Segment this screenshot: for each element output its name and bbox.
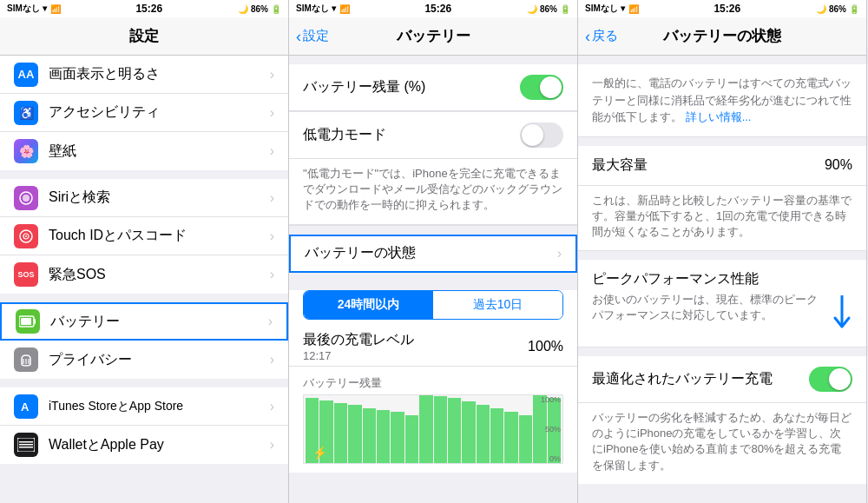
- wifi-icon-1: 📶: [50, 4, 61, 14]
- battery-percent-item[interactable]: バッテリー残量 (%): [289, 64, 577, 111]
- peak-perf-title: ピークパフォーマンス性能: [592, 270, 852, 288]
- siri-icon: [14, 186, 38, 210]
- settings-item-sos[interactable]: SOS 緊急SOS ›: [0, 255, 288, 294]
- separator-p2-2: [289, 273, 577, 281]
- optimized-row: 最適化されたバッテリー充電: [578, 356, 866, 403]
- spacer-3b: [578, 251, 866, 260]
- charge-label-main: 最後の充電レベル: [303, 331, 528, 349]
- low-power-section: 低電力モード "低電力モード"では、iPhoneを完全に充電できるまでダウンロー…: [289, 112, 577, 226]
- status-right-1: 🌙 86% 🔋: [238, 4, 281, 14]
- battery-chevron: ›: [268, 314, 273, 329]
- privacy-icon: [14, 347, 38, 372]
- bar-3: [334, 403, 347, 463]
- max-capacity-value: 90%: [825, 157, 852, 173]
- section-store-group: A iTunes StoreとApp Store › WalletとApple …: [0, 387, 288, 464]
- battery-info-link[interactable]: 詳しい情報...: [686, 110, 752, 123]
- settings-item-siri[interactable]: Siriと検索 ›: [0, 179, 288, 217]
- settings-item-display[interactable]: AA 画面表示と明るさ ›: [0, 56, 288, 94]
- time-section: 24時間以内 過去10日 最後の充電レベル 12:17 100% バッテリー残量: [289, 290, 577, 473]
- tab-24h[interactable]: 24時間以内: [304, 291, 433, 319]
- status-bar-3: SIMなし ▾ 📶 15:26 🌙 86% 🔋: [578, 0, 866, 17]
- settings-item-wallet[interactable]: WalletとApple Pay ›: [0, 426, 288, 464]
- bar-7: [391, 412, 404, 463]
- battery-icon-1: 🔋: [271, 4, 281, 14]
- wifi-icon-2: 📶: [339, 4, 350, 14]
- low-power-toggle[interactable]: [520, 122, 563, 148]
- nav-title-3: バッテリーの状態: [663, 26, 781, 46]
- nav-title-1: 設定: [129, 26, 159, 46]
- settings-item-itunes[interactable]: A iTunes StoreとApp Store ›: [0, 387, 288, 426]
- settings-item-battery[interactable]: バッテリー ›: [0, 302, 288, 341]
- label-0: 0%: [549, 454, 561, 463]
- toggle-thumb-1: [540, 76, 562, 98]
- peak-perf-section: ピークパフォーマンス性能 お使いのバッテリーは、現在、標準のピークパフォーマンス…: [578, 260, 866, 347]
- wallpaper-icon: 🌸: [14, 139, 38, 163]
- status-bar-1: SIMなし ▾ 📶 15:26 🌙 86% 🔋: [0, 0, 288, 17]
- charge-percent: 100%: [528, 339, 563, 354]
- graph-area: 100% 50% 0% ⚡: [303, 394, 563, 464]
- battery-status-chevron: ›: [557, 246, 562, 261]
- nav-back-3[interactable]: ‹ 戻る: [585, 28, 618, 44]
- top-spacer-3: [578, 56, 866, 64]
- moon-icon-3: 🌙: [816, 4, 826, 14]
- low-power-item[interactable]: 低電力モード: [289, 112, 577, 159]
- percent-labels: 100% 50% 0%: [541, 395, 561, 463]
- wallet-icon: [14, 433, 38, 457]
- low-power-label: 低電力モード: [303, 126, 520, 144]
- optimized-label: 最適化されたバッテリー充電: [592, 370, 809, 388]
- status-left-1: SIMなし ▾ 📶: [7, 3, 61, 15]
- section-display-group: AA 画面表示と明るさ › ♿ アクセシビリティ › 🌸 壁紙 ›: [0, 56, 288, 170]
- clock-2: 15:26: [424, 3, 451, 15]
- nav-bar-3: ‹ 戻る バッテリーの状態: [578, 17, 866, 56]
- battery-percent-display-2: 86%: [540, 4, 557, 14]
- siri-chevron: ›: [270, 190, 274, 206]
- capacity-desc: これは、新品時と比較したバッテリー容量の基準です。容量が低下すると、1回の充電で…: [578, 186, 866, 252]
- battery-status-row[interactable]: バッテリーの状態 ›: [289, 235, 577, 273]
- settings-item-touchid[interactable]: Touch IDとパスコード ›: [0, 217, 288, 255]
- separator-3: [0, 379, 288, 387]
- clock-3: 15:26: [713, 3, 740, 15]
- peak-perf-desc: お使いのバッテリーは、現在、標準のピークパフォーマンスに対応しています。: [592, 292, 825, 323]
- lightning-icon: ⚡: [312, 446, 327, 460]
- panel-settings: SIMなし ▾ 📶 15:26 🌙 86% 🔋 設定 AA 画面表示と明るさ ›…: [0, 0, 289, 503]
- bar-9: [419, 395, 432, 463]
- panel-battery-status: SIMなし ▾ 📶 15:26 🌙 86% 🔋 ‹ 戻る バッテリーの状態 一般…: [578, 0, 867, 503]
- back-label-3[interactable]: 戻る: [592, 28, 618, 44]
- toggle-thumb-3: [829, 368, 851, 390]
- display-icon: AA: [14, 63, 38, 87]
- svg-point-1: [23, 195, 30, 202]
- tab-10d[interactable]: 過去10日: [433, 291, 562, 319]
- bar-16: [519, 415, 532, 463]
- battery-section-header: [289, 56, 577, 64]
- settings-item-wallpaper[interactable]: 🌸 壁紙 ›: [0, 132, 288, 170]
- settings-item-accessibility[interactable]: ♿ アクセシビリティ ›: [0, 94, 288, 132]
- itunes-chevron: ›: [270, 399, 274, 414]
- optimized-toggle[interactable]: [809, 367, 852, 392]
- status-bar-2: SIMなし ▾ 📶 15:26 🌙 86% 🔋: [289, 0, 577, 17]
- wallpaper-chevron: ›: [270, 143, 274, 159]
- separator-p2-1: [289, 226, 577, 235]
- svg-rect-16: [19, 447, 33, 448]
- optimized-desc: バッテリーの劣化を軽減するため、あなたが毎日どのようにiPhoneの充電をしてい…: [578, 403, 866, 484]
- toggle-thumb-2: [522, 124, 543, 146]
- section-battery-group: バッテリー › プライバシー ›: [0, 302, 288, 379]
- accessibility-icon: ♿: [14, 101, 38, 125]
- battery-percent-toggle[interactable]: [520, 75, 563, 100]
- display-label: 画面表示と明るさ: [49, 65, 270, 83]
- settings-list: AA 画面表示と明るさ › ♿ アクセシビリティ › 🌸 壁紙 › Siriと: [0, 56, 288, 503]
- peak-perf-inner: お使いのバッテリーは、現在、標準のピークパフォーマンスに対応しています。: [592, 292, 852, 336]
- back-label-2[interactable]: 設定: [303, 28, 329, 44]
- label-50: 50%: [545, 425, 561, 434]
- sos-chevron: ›: [270, 267, 274, 282]
- svg-text:A: A: [21, 400, 30, 414]
- max-capacity-label: 最大容量: [592, 156, 825, 175]
- settings-item-privacy[interactable]: プライバシー ›: [0, 341, 288, 379]
- svg-rect-15: [19, 444, 33, 446]
- status-right-2: 🌙 86% 🔋: [527, 4, 570, 14]
- spacer-3a: [578, 137, 866, 146]
- low-power-desc: "低電力モード"では、iPhoneを完全に充電できるまでダウンロードやメール受信…: [289, 159, 577, 225]
- itunes-label: iTunes StoreとApp Store: [49, 399, 270, 414]
- sim-status-1: SIMなし ▾: [7, 3, 47, 15]
- touchid-icon: [14, 224, 38, 248]
- nav-back-2[interactable]: ‹ 設定: [296, 28, 329, 44]
